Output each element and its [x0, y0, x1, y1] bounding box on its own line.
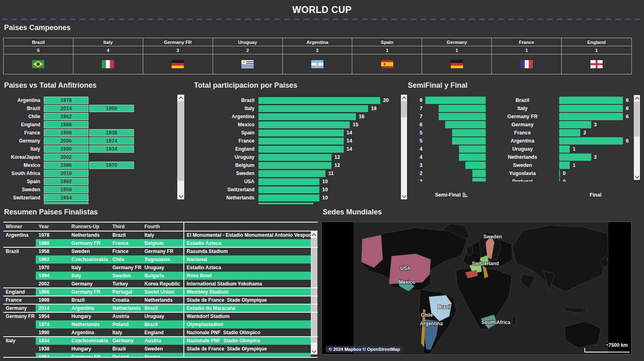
champion-title-count[interactable]: 3 — [143, 46, 213, 54]
champion-title-count[interactable]: 1 — [422, 46, 492, 54]
host-year-bar[interactable]: 1962 — [44, 113, 88, 120]
scroll-down-button[interactable] — [177, 193, 184, 199]
host-year-bar[interactable]: 1990 — [44, 145, 88, 153]
sort-icon[interactable] — [463, 192, 468, 197]
champion-title-count[interactable]: 1 — [352, 46, 422, 54]
final-bar[interactable] — [559, 105, 623, 112]
semifinal-bar[interactable] — [452, 129, 486, 136]
semifinal-bar[interactable] — [452, 137, 486, 145]
scroll-down-button[interactable] — [401, 193, 407, 199]
champion-flag-cell[interactable] — [492, 54, 562, 74]
semifinal-bar[interactable] — [439, 113, 486, 120]
table-row[interactable]: Italy1934CzechoslovakiaGermanyAustriaNaz… — [3, 337, 318, 345]
final-bar[interactable] — [559, 162, 570, 169]
final-bar[interactable] — [559, 153, 591, 161]
participation-bar[interactable] — [258, 146, 344, 153]
final-bar[interactable] — [559, 145, 570, 153]
table-row[interactable]: Argentina1978NetherlandsBrazilItalyEl Mo… — [3, 231, 318, 239]
table-row[interactable]: 1994ItalySwedenBulgariaRose Bowl — [3, 272, 318, 280]
host-year-bar[interactable]: 1934 — [89, 145, 134, 153]
host-year-bar[interactable]: 1950 — [89, 105, 134, 112]
host-year-bar[interactable]: 1982 — [44, 178, 88, 185]
participation-bar[interactable] — [258, 130, 344, 136]
semifinal-bar[interactable] — [459, 145, 486, 153]
host-year-bar[interactable]: 1970 — [89, 162, 134, 169]
scrollbar-thumb[interactable] — [401, 101, 407, 117]
semifinal-bar[interactable] — [425, 97, 486, 104]
scroll-up-button[interactable] — [177, 95, 184, 101]
champion-title-count[interactable]: 1 — [492, 46, 562, 54]
column-header[interactable]: Runners-Up — [71, 224, 99, 229]
champion-title-count[interactable]: 1 — [562, 46, 631, 54]
host-year-bar[interactable]: 2014 — [44, 105, 88, 112]
champion-country-label[interactable]: Germany FR — [143, 38, 213, 46]
champion-flag-cell[interactable] — [283, 54, 353, 74]
table-row[interactable]: 1974NetherlandsPolandBrazilOlympiastadio… — [3, 320, 318, 329]
table-row[interactable]: 2002GermanyTurkeyKorea RepublicInternati… — [3, 280, 318, 288]
column-header[interactable]: Third — [112, 224, 125, 229]
final-bar[interactable] — [559, 121, 591, 128]
host-year-bar[interactable] — [44, 202, 88, 204]
table-row[interactable]: Germany FR1954HungaryAustriaUruguayWankd… — [3, 312, 318, 320]
host-year-bar[interactable]: 1938 — [89, 129, 134, 136]
table-row[interactable]: Germany2014ArgentinaNetherlandsBrazilEst… — [3, 304, 318, 312]
host-year-bar[interactable]: 1958 — [44, 186, 88, 193]
final-bar[interactable] — [559, 129, 580, 136]
table-row[interactable]: 1986Germany FRFranceBelgiumEstadio Aztec… — [3, 239, 318, 247]
participation-bar[interactable] — [258, 97, 380, 104]
champion-country-label[interactable]: Argentina — [283, 38, 353, 46]
scrollbar-thumb[interactable] — [634, 102, 640, 136]
final-bar[interactable] — [559, 178, 560, 182]
champion-country-label[interactable]: Germany — [422, 38, 492, 46]
hosts-scrollbar[interactable] — [177, 95, 184, 199]
final-bar[interactable] — [559, 170, 560, 177]
table-row[interactable]: England1966Germany FRPortugalSoviet Unio… — [3, 288, 318, 296]
final-bar[interactable] — [559, 137, 623, 145]
final-bar[interactable] — [559, 97, 623, 104]
champion-flag-cell[interactable] — [352, 54, 422, 74]
column-header[interactable]: Fourth — [144, 224, 160, 229]
champion-country-label[interactable]: England — [562, 38, 631, 46]
champion-title-count[interactable]: 5 — [4, 46, 73, 54]
column-header[interactable]: Winner — [6, 224, 22, 229]
semifinal-bar[interactable] — [459, 153, 486, 161]
champion-flag-cell[interactable] — [4, 54, 73, 74]
scroll-down-button[interactable] — [311, 348, 317, 354]
champion-country-label[interactable]: Italy — [73, 38, 143, 46]
column-header[interactable]: Year — [39, 224, 49, 229]
participation-bar[interactable] — [258, 170, 325, 177]
scroll-up-button[interactable] — [401, 95, 407, 101]
host-year-bar[interactable]: 1954 — [44, 194, 88, 201]
semifinal-bar[interactable] — [472, 178, 486, 182]
champion-flag-cell[interactable] — [562, 54, 631, 74]
host-year-bar[interactable]: 1974 — [89, 137, 134, 145]
map-attribution[interactable]: © 2024 Mapbox © OpenStreetMap — [326, 346, 403, 352]
participation-bar[interactable] — [258, 138, 344, 145]
scroll-up-button[interactable] — [311, 232, 317, 238]
table-row[interactable]: 1938HungaryBrazilSwedenStade de France S… — [3, 345, 318, 353]
participation-bar[interactable] — [258, 154, 332, 161]
final-bar[interactable] — [559, 113, 623, 120]
host-year-bar[interactable]: 2002 — [44, 153, 88, 161]
participation-bar[interactable] — [258, 121, 350, 128]
semifinal-bar[interactable] — [465, 162, 486, 169]
champion-country-label[interactable]: France — [492, 38, 562, 46]
champion-country-label[interactable]: Brazil — [4, 38, 73, 46]
host-year-bar[interactable]: 1986 — [44, 162, 88, 169]
scroll-down-button[interactable] — [634, 174, 640, 179]
scrollbar-thumb[interactable] — [311, 238, 317, 343]
participation-scrollbar[interactable] — [401, 95, 407, 199]
champion-title-count[interactable]: 2 — [213, 46, 283, 54]
participation-bar[interactable] — [258, 178, 319, 185]
champion-title-count[interactable]: 4 — [73, 46, 143, 54]
champion-country-label[interactable]: Spain — [352, 38, 422, 46]
host-year-bar[interactable]: 2010 — [44, 170, 88, 177]
scrollbar-thumb[interactable] — [178, 101, 184, 181]
participation-bar[interactable] — [258, 162, 332, 169]
champion-country-label[interactable]: Uruguay — [213, 38, 283, 46]
participation-bar[interactable] — [258, 203, 313, 205]
host-year-bar[interactable]: 1966 — [44, 121, 88, 128]
table-row[interactable]: Brazil1958SwedenFranceGermany FRRasunda … — [3, 247, 318, 255]
world-map[interactable]: © 2024 Mapbox © OpenStreetMap ~7500 km S… — [321, 222, 631, 355]
semifinal-bar[interactable] — [445, 121, 486, 128]
